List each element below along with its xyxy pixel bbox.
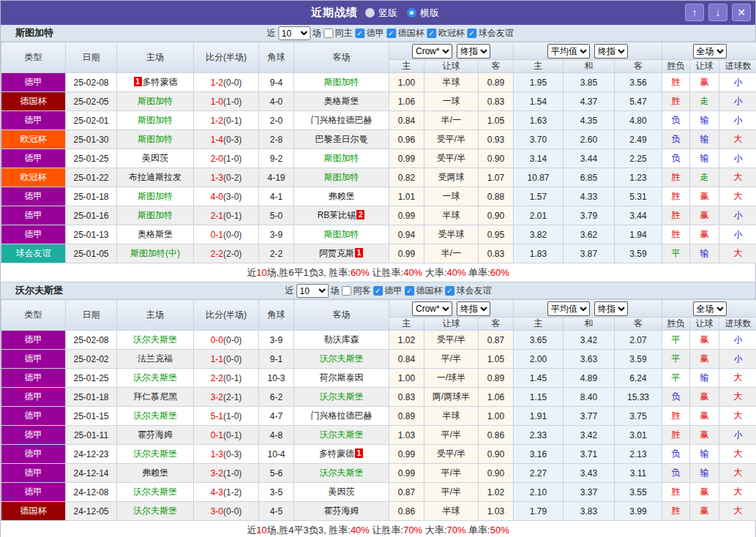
handicap-flag: 赢 <box>690 73 719 92</box>
same-venue-checkbox[interactable] <box>342 286 351 296</box>
team-name: 美因茨 <box>329 487 355 497</box>
score-cell: 4-0(3-0) <box>194 187 259 206</box>
avg-company-select[interactable]: 平均值 <box>547 44 590 59</box>
home-team-cell: 沃尔夫斯堡 <box>117 407 194 426</box>
average-odds: 2.07 <box>615 331 662 350</box>
team-name: 门兴格拉德巴赫 <box>311 115 373 125</box>
same-venue-checkbox[interactable] <box>323 29 333 38</box>
home-team-cell: 斯图加特 <box>117 130 194 149</box>
handicap-odds: 1.02 <box>479 483 514 502</box>
goals-flag: 大 <box>719 369 756 388</box>
scope-select[interactable]: 全场 <box>693 301 727 316</box>
average-odds: 3.14 <box>514 149 564 168</box>
odds-stage-select[interactable]: 终指 <box>457 301 490 316</box>
team-name: 斯图加特 <box>324 172 359 182</box>
close-button[interactable]: ✕ <box>732 4 751 21</box>
handicap-odds: 平/半 <box>424 350 479 369</box>
scope-select[interactable]: 全场 <box>693 44 727 59</box>
handicap-flag: 输 <box>690 369 719 388</box>
summary-segment: 70% <box>446 525 465 536</box>
average-odds: 6.85 <box>564 168 615 187</box>
team-name: 霍芬海姆 <box>324 506 359 516</box>
odds-stage-select[interactable]: 终指 <box>457 44 490 59</box>
handicap-odds: 1.03 <box>389 426 424 445</box>
away-team-cell: 斯图加特 <box>294 73 389 92</box>
league-checkbox-2[interactable]: ✓ <box>445 286 454 296</box>
avg-stage-select[interactable]: 终指 <box>594 301 628 316</box>
competition-badge: 德甲 <box>1 73 66 92</box>
average-odds: 2.13 <box>615 445 662 464</box>
league-label: 球会友谊 <box>457 285 492 297</box>
away-team-cell: 门兴格拉德巴赫 <box>294 111 389 130</box>
competition-badge: 德国杯 <box>1 502 66 521</box>
col-header: 日期 <box>66 42 117 73</box>
match-date: 25-02-08 <box>66 73 117 92</box>
handicap-odds: 受平/半 <box>424 130 479 149</box>
match-date: 25-02-08 <box>66 331 117 350</box>
league-checkbox-0[interactable]: ✓ <box>355 29 364 38</box>
handicap-odds: 1.06 <box>389 92 424 111</box>
average-odds: 3.71 <box>564 445 615 464</box>
handicap-odds: 平/半 <box>424 426 479 445</box>
col-header: 主场 <box>117 300 194 331</box>
league-checkbox-1[interactable]: ✓ <box>405 286 414 296</box>
match-date: 25-01-22 <box>66 168 117 187</box>
sub-col-header: 主 <box>514 318 564 331</box>
col-header: 类型 <box>1 300 66 331</box>
home-team-cell: 弗赖堡 <box>117 464 194 483</box>
handicap-flag: 赢 <box>690 206 719 225</box>
half-score: (1-0) <box>223 468 242 478</box>
half-score: (0-1) <box>223 211 242 221</box>
rank-badge: 1 <box>355 448 363 458</box>
handicap-odds: 0.99 <box>389 206 424 225</box>
team-name: 荷尔斯泰因 <box>320 372 364 383</box>
team-name: 美因茨 <box>142 153 168 163</box>
avg-company-select[interactable]: 平均值 <box>547 301 590 316</box>
same-venue-label: 同客 <box>353 285 371 297</box>
recent-count-select[interactable]: 10 <box>278 26 310 40</box>
odds-company-select[interactable]: Crow* <box>412 301 452 316</box>
sub-col-header: 主 <box>389 318 424 331</box>
full-score: 3-0 <box>211 506 223 517</box>
scroll-down-button[interactable]: ↓ <box>708 4 727 21</box>
handicap-odds: 1.00 <box>479 407 514 426</box>
summary-segment: 让胜率: <box>370 525 403 536</box>
col-header: 比分(半场) <box>194 300 259 331</box>
league-checkbox-1[interactable]: ✓ <box>386 29 396 38</box>
handicap-odds: 0.99 <box>389 445 424 464</box>
handicap-odds: 一球 <box>424 187 479 206</box>
handicap-odds: 0.84 <box>389 350 424 369</box>
goals-flag: 大 <box>719 445 756 464</box>
team-name: RB莱比锡 <box>318 210 356 220</box>
league-checkbox-3[interactable]: ✓ <box>467 29 476 38</box>
average-odds: 2.60 <box>564 130 615 149</box>
league-checkbox-2[interactable]: ✓ <box>427 29 436 38</box>
away-team-cell: 霍芬海姆 <box>294 502 389 521</box>
horizontal-layout-label: 横版 <box>420 7 439 20</box>
handicap-odds: 0.96 <box>389 130 424 149</box>
vertical-layout-radio[interactable] <box>365 8 375 18</box>
match-row: 德甲25-02-02法兰克福1-1(0-0)9-1沃尔夫斯堡0.84平/半1.0… <box>1 350 756 369</box>
summary-segment: 大率: <box>422 267 446 278</box>
league-checkbox-0[interactable]: ✓ <box>373 286 383 296</box>
score-cell: 1-2(0-0) <box>194 73 259 92</box>
average-odds: 3.59 <box>615 244 662 263</box>
team-name: 斯图加特 <box>138 191 173 201</box>
match-row: 德甲24-12-08沃尔夫斯堡4-3(1-2)3-5美因茨0.87平/半1.02… <box>1 483 756 502</box>
avg-stage-select[interactable]: 终指 <box>594 44 628 59</box>
away-team-cell: 巴黎圣日尔曼 <box>294 130 389 149</box>
result-flag: 胜 <box>662 483 690 502</box>
odds-company-select[interactable]: Crow* <box>412 44 452 59</box>
scroll-up-button[interactable]: ↑ <box>685 4 704 21</box>
score-cell: 2-0(1-0) <box>194 149 259 168</box>
handicap-odds: 受平/半 <box>424 331 479 350</box>
competition-badge: 欧冠杯 <box>1 168 66 187</box>
sub-col-header: 主 <box>514 60 564 73</box>
average-odds: 3.99 <box>615 502 662 521</box>
team-name: 斯图加特 <box>324 153 359 163</box>
match-row: 德甲25-01-15沃尔夫斯堡5-1(1-0)4-7门兴格拉德巴赫0.89半球1… <box>1 407 756 426</box>
full-score: 1-0 <box>211 97 223 107</box>
horizontal-layout-radio[interactable] <box>407 8 416 18</box>
average-odds: 8.40 <box>564 388 615 407</box>
recent-count-select[interactable]: 10 <box>296 284 329 298</box>
